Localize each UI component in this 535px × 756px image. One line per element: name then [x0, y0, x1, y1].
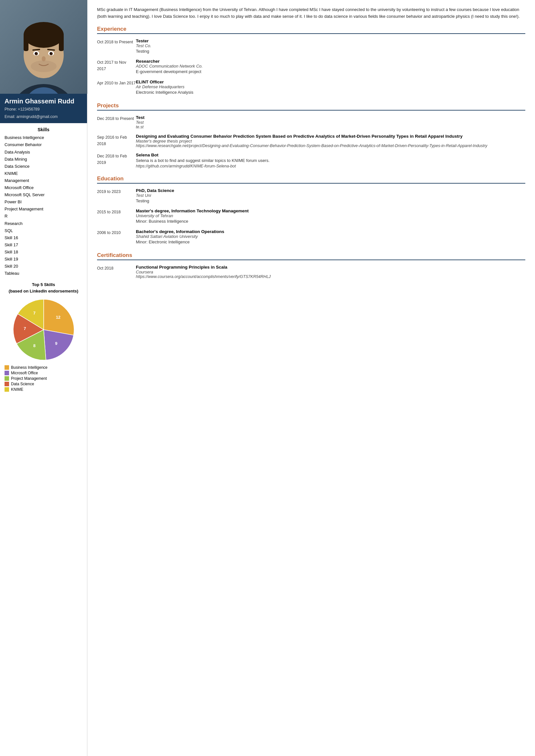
entry-org: Test Uni	[136, 193, 525, 198]
entry-content: Functional Programming Principles in Sca…	[136, 265, 525, 279]
experience-entries: Oct 2018 to PresentTesterTest Co.Testing…	[97, 39, 525, 96]
entry-title: ELINT Officer	[136, 79, 525, 84]
entry-org: Shahid Sattari Aviation University	[136, 234, 525, 239]
entry-row: Oct 2018Functional Programming Principle…	[97, 265, 525, 279]
entry-org: Master's degree thesis project	[136, 139, 525, 144]
entry-date: Oct 2017 to Nov 2017	[97, 59, 136, 75]
entry-link[interactable]: https://www.researchgate.net/project/Des…	[136, 144, 525, 148]
email: Email: armingrudd@gmail.com	[5, 114, 82, 120]
entry-row: Oct 2017 to Nov 2017ResearcherADOC Commu…	[97, 59, 525, 75]
entry-row: 2006 to 2010Bachelor's degree, Informati…	[97, 229, 525, 245]
legend-item: Business Intelligence	[5, 365, 82, 370]
entry-org: Selena is a bot to find and suggest simi…	[136, 157, 525, 164]
skill-item: Skill 18	[5, 249, 82, 256]
skill-item: Skill 17	[5, 241, 82, 249]
skills-list: Business IntelligenceConsumer BehaviorDa…	[0, 134, 87, 277]
bio-text: MSc graduate in IT Management (Business …	[97, 7, 525, 20]
pie-slice	[44, 330, 73, 360]
entry-link[interactable]: https://www.coursera.org/account/accompl…	[136, 274, 525, 279]
legend-item: Data Science	[5, 382, 82, 386]
experience-title: Experience	[97, 26, 525, 34]
entry-org: ADOC Communication Network Co.	[136, 64, 525, 68]
entry-date: Oct 2018 to Present	[97, 39, 136, 55]
svg-point-12	[35, 52, 36, 54]
skill-item: Data Mining	[5, 156, 82, 163]
entry-title: Master's degree, Information Technology …	[136, 208, 525, 213]
svg-point-10	[35, 52, 38, 55]
entry-desc: Electronic Intelligence Analysis	[136, 89, 525, 96]
skill-item: Tableau	[5, 270, 82, 277]
skill-item: SQL	[5, 227, 82, 234]
entry-content: PhD, Data ScienceTest UniTesting	[136, 188, 525, 204]
legend-item: KNIME	[5, 387, 82, 392]
certifications-entries: Oct 2018Functional Programming Principle…	[97, 265, 525, 279]
svg-rect-7	[59, 35, 64, 51]
entry-org: Air Defense Headquarters	[136, 84, 525, 89]
pie-label: 7	[33, 310, 35, 315]
entry-content: ELINT OfficerAir Defense HeadquartersEle…	[136, 79, 525, 96]
svg-point-17	[31, 61, 57, 72]
entry-link[interactable]: https://github.com/armingrudd/KNIME-foru…	[136, 164, 525, 168]
entry-org: Coursera	[136, 270, 525, 274]
skill-item: Management	[5, 177, 82, 184]
education-section: Education 2019 to 2023PhD, Data ScienceT…	[97, 176, 525, 245]
legend-item: Project Management	[5, 376, 82, 381]
svg-point-5	[24, 22, 64, 48]
entry-title: PhD, Data Science	[136, 188, 525, 193]
entry-content: ResearcherADOC Communication Network Co.…	[136, 59, 525, 75]
profile-photo	[0, 0, 87, 94]
entry-row: Oct 2018 to PresentTesterTest Co.Testing	[97, 39, 525, 55]
entry-content: TesterTest Co.Testing	[136, 39, 525, 55]
entry-row: Apr 2010 to Jan 2017ELINT OfficerAir Def…	[97, 79, 525, 96]
entry-title: Tester	[136, 39, 525, 43]
skill-item: KNIME	[5, 170, 82, 177]
projects-title: Projects	[97, 102, 525, 111]
certifications-title: Certifications	[97, 252, 525, 260]
entry-date: Apr 2010 to Jan 2017	[97, 79, 136, 96]
skills-title: Skills	[0, 127, 87, 132]
entry-date: 2006 to 2010	[97, 229, 136, 245]
entry-title: Test	[136, 115, 525, 120]
entry-date: Oct 2018	[97, 265, 136, 279]
entry-title: Bachelor's degree, Information Operation…	[136, 229, 525, 234]
sidebar: Armin Ghassemi Rudd Phone: +123456789 Em…	[0, 0, 87, 756]
legend-color-box	[5, 371, 9, 375]
entry-date: Dec 2018 to Present	[97, 115, 136, 129]
entry-content: Designing and Evaluating Consumer Behavi…	[136, 134, 525, 148]
legend-label: Project Management	[11, 376, 47, 381]
legend-color-box	[5, 387, 9, 392]
pie-label: 12	[56, 315, 60, 320]
entry-org: Test Co.	[136, 43, 525, 48]
entry-content: Bachelor's degree, Information Operation…	[136, 229, 525, 245]
legend-label: Microsoft Office	[11, 371, 38, 375]
skill-item: Microsoft SQL Server	[5, 191, 82, 199]
entry-link[interactable]: te.st	[136, 125, 525, 129]
entry-desc: Minor: Electronic Intelligence	[136, 239, 525, 245]
pie-legend: Business IntelligenceMicrosoft OfficePro…	[0, 365, 87, 392]
main-content: MSc graduate in IT Management (Business …	[87, 0, 535, 756]
legend-color-box	[5, 365, 9, 370]
entry-title: Designing and Evaluating Consumer Behavi…	[136, 134, 525, 139]
education-entries: 2019 to 2023PhD, Data ScienceTest UniTes…	[97, 188, 525, 245]
entry-row: 2015 to 2018Master's degree, Information…	[97, 208, 525, 225]
skill-item: R	[5, 213, 82, 220]
legend-item: Microsoft Office	[5, 371, 82, 375]
projects-entries: Dec 2018 to PresentTestTestte.stSep 2016…	[97, 115, 525, 168]
entry-title: Functional Programming Principles in Sca…	[136, 265, 525, 270]
skill-item: Research	[5, 220, 82, 227]
entry-date: 2019 to 2023	[97, 188, 136, 204]
skill-item: Data Analysis	[5, 149, 82, 156]
entry-title: Researcher	[136, 59, 525, 64]
skill-item: Power BI	[5, 199, 82, 205]
skill-item: Skill 16	[5, 234, 82, 241]
skill-item: Data Science	[5, 163, 82, 170]
entry-desc: Testing	[136, 48, 525, 55]
phone: Phone: +123456789	[5, 106, 82, 113]
pie-label: 7	[24, 326, 26, 331]
svg-rect-6	[24, 35, 28, 51]
entry-row: Dec 2018 to Feb 2019Selena BotSelena is …	[97, 152, 525, 168]
skill-item: Microsoft Office	[5, 184, 82, 191]
pie-chart: 129877	[11, 297, 76, 362]
name-block: Armin Ghassemi Rudd Phone: +123456789 Em…	[0, 94, 87, 123]
skill-item: Project Management	[5, 205, 82, 213]
